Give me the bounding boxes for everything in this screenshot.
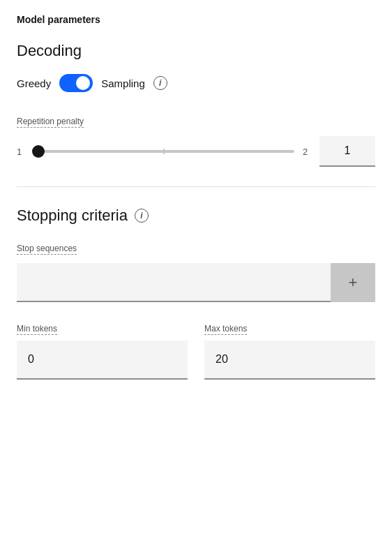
greedy-label: Greedy <box>17 77 51 89</box>
repetition-penalty-value[interactable]: 1 <box>319 136 375 167</box>
repetition-penalty-slider[interactable] <box>33 144 294 158</box>
repetition-penalty-section: Repetition penalty 1 2 1 <box>17 114 375 167</box>
repetition-penalty-label-wrapper: Repetition penalty <box>17 114 375 136</box>
min-tokens-input[interactable]: 0 <box>17 341 188 380</box>
slider-thumb <box>32 145 45 158</box>
stop-sequences-input[interactable] <box>17 263 331 302</box>
slider-track <box>33 150 294 153</box>
stopping-criteria-title: Stopping criteria <box>17 207 128 225</box>
sampling-info-icon[interactable]: i <box>153 76 167 90</box>
repetition-penalty-slider-row: 1 2 1 <box>17 136 375 167</box>
tokens-row: Min tokens 0 Max tokens 20 <box>17 322 375 380</box>
decoding-section: Decoding Greedy Sampling i Repetition pe… <box>17 42 375 167</box>
section-title: Model parameters <box>17 14 375 25</box>
stopping-criteria-info-icon[interactable]: i <box>135 209 149 223</box>
stopping-criteria-section: Stopping criteria i Stop sequences + Min… <box>17 207 375 380</box>
stop-sequences-add-button[interactable]: + <box>331 263 375 302</box>
repetition-penalty-label: Repetition penalty <box>17 117 84 128</box>
min-tokens-label: Min tokens <box>17 324 57 335</box>
decoding-toggle[interactable] <box>59 74 93 92</box>
stop-sequences-section: Stop sequences + <box>17 241 375 302</box>
toggle-thumb <box>76 76 90 90</box>
stop-sequences-label-wrapper: Stop sequences <box>17 241 375 263</box>
min-tokens-label-wrapper: Min tokens <box>17 322 188 341</box>
max-tokens-label: Max tokens <box>204 324 247 335</box>
stop-sequences-label: Stop sequences <box>17 244 77 255</box>
decoding-label: Decoding <box>17 42 375 60</box>
toggle-track <box>59 74 93 92</box>
slider-tick <box>163 149 165 154</box>
sampling-label: Sampling <box>101 77 145 89</box>
max-tokens-field: Max tokens 20 <box>204 322 375 380</box>
section-divider <box>17 186 375 187</box>
stopping-criteria-header: Stopping criteria i <box>17 207 375 225</box>
model-parameters-header: Model parameters <box>17 14 375 25</box>
max-tokens-label-wrapper: Max tokens <box>204 322 375 341</box>
stop-sequences-input-row: + <box>17 263 375 302</box>
decoding-toggle-row: Greedy Sampling i <box>17 74 375 92</box>
slider-min-label: 1 <box>17 147 25 157</box>
min-tokens-field: Min tokens 0 <box>17 322 188 380</box>
max-tokens-input[interactable]: 20 <box>204 341 375 380</box>
slider-max-label: 2 <box>303 147 311 157</box>
